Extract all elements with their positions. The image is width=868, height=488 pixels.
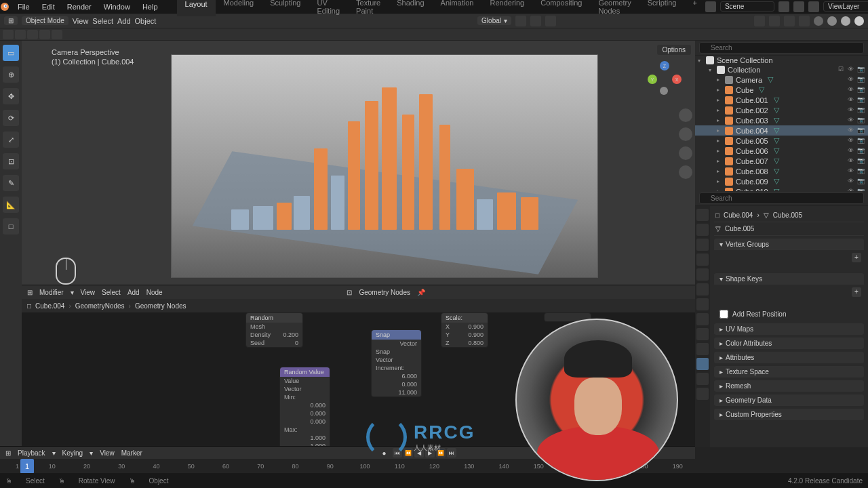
node-menu-add[interactable]: Add bbox=[127, 289, 140, 296]
camera-view-icon[interactable] bbox=[679, 146, 692, 160]
outliner-item[interactable]: ▸Cube.007▽👁📷 bbox=[695, 156, 868, 166]
timeline-editor-icon[interactable]: ⊞ bbox=[5, 449, 11, 457]
tab-shading[interactable]: Shading bbox=[389, 0, 432, 16]
select-mode-2-icon[interactable] bbox=[15, 30, 26, 39]
outliner-scene-collection[interactable]: ▾Scene Collection bbox=[695, 56, 868, 65]
camera-icon[interactable]: 📷 bbox=[857, 167, 865, 176]
perspective-toggle-icon[interactable] bbox=[679, 165, 692, 179]
eye-icon[interactable]: 👁 bbox=[848, 127, 856, 135]
tab-uv-editing[interactable]: UV Editing bbox=[309, 0, 348, 16]
outliner-search-input[interactable] bbox=[699, 42, 864, 54]
gizmo-y-axis[interactable]: Y bbox=[648, 75, 657, 84]
select-mode-5-icon[interactable] bbox=[52, 30, 62, 39]
outliner-item[interactable]: ▸Cube.010▽👁📷 bbox=[695, 186, 868, 191]
outliner-item[interactable]: ▸Cube.001▽👁📷 bbox=[695, 95, 868, 105]
section-header[interactable]: ▸Color Attributes bbox=[714, 338, 864, 349]
gizmo-x-axis[interactable]: X bbox=[672, 75, 682, 84]
outliner[interactable]: ▾Scene Collection ▾Collection☑👁📷 ▸Camera… bbox=[695, 56, 868, 191]
outliner-item[interactable]: ▸Cube.005▽👁📷 bbox=[695, 136, 868, 146]
visibility-icon[interactable] bbox=[754, 16, 765, 26]
camera-icon[interactable]: 📷 bbox=[857, 178, 865, 186]
node-snap[interactable]: Snap Vector Snap Vector Increment: 6.000… bbox=[371, 329, 422, 397]
eye-icon[interactable]: 👁 bbox=[848, 117, 856, 125]
viewport-options-button[interactable]: Options bbox=[657, 45, 691, 55]
tab-rendering[interactable]: Rendering bbox=[481, 0, 532, 16]
select-mode-4-icon[interactable] bbox=[39, 30, 50, 39]
timeline-menu-keying[interactable]: Keying bbox=[62, 449, 83, 457]
tab-add[interactable]: + bbox=[684, 0, 705, 16]
eye-icon[interactable]: 👁 bbox=[848, 147, 856, 155]
prop-tab-output[interactable] bbox=[696, 224, 709, 236]
bc-nodetree[interactable]: Geometry Nodes bbox=[135, 302, 186, 310]
node-tree-icon[interactable]: ⊡ bbox=[347, 289, 352, 296]
camera-icon[interactable]: 📷 bbox=[857, 76, 865, 84]
tool-measure[interactable]: 📐 bbox=[3, 197, 19, 213]
camera-icon[interactable]: 📷 bbox=[857, 66, 865, 74]
camera-icon[interactable]: 📷 bbox=[857, 137, 865, 145]
bc-modifier[interactable]: GeometryNodes bbox=[75, 302, 125, 310]
camera-icon[interactable]: 📷 bbox=[857, 117, 865, 125]
node-menu-view[interactable]: View bbox=[81, 289, 96, 296]
gizmo-z-axis[interactable]: Z bbox=[660, 61, 669, 70]
select-mode-3-icon[interactable] bbox=[27, 30, 38, 39]
pivot-icon[interactable] bbox=[515, 16, 526, 26]
tool-scale[interactable]: ⤢ bbox=[3, 131, 19, 148]
tab-modeling[interactable]: Modeling bbox=[216, 0, 262, 16]
prop-bc-obj[interactable]: Cube.004 bbox=[724, 211, 753, 219]
prop-tab-texture[interactable] bbox=[696, 388, 709, 400]
menu-file[interactable]: File bbox=[12, 1, 35, 12]
prop-tab-particles[interactable] bbox=[696, 313, 709, 325]
snap-icon[interactable] bbox=[530, 16, 541, 26]
eye-icon[interactable]: 👁 bbox=[848, 157, 856, 165]
prop-tab-object[interactable] bbox=[696, 283, 709, 296]
section-header[interactable]: ▸Custom Properties bbox=[714, 409, 864, 420]
section-header[interactable]: ▸Remesh bbox=[714, 380, 864, 392]
menu-select[interactable]: Select bbox=[92, 17, 113, 25]
tab-sculpting[interactable]: Sculpting bbox=[262, 0, 309, 16]
prop-tab-viewlayer[interactable] bbox=[696, 239, 709, 251]
gizmo-center[interactable] bbox=[660, 87, 668, 95]
section-header[interactable]: ▸Geometry Data bbox=[714, 394, 864, 406]
prop-tab-render[interactable] bbox=[696, 209, 709, 221]
prop-tab-world[interactable] bbox=[696, 268, 709, 281]
timeline-menu-view[interactable]: View bbox=[100, 449, 115, 457]
bc-object[interactable]: Cube.004 bbox=[35, 302, 64, 310]
eye-icon[interactable]: 👁 bbox=[848, 137, 856, 145]
prop-tab-material[interactable] bbox=[696, 373, 709, 385]
node-scale[interactable]: Scale: X0.900 Y0.900 Z0.800 bbox=[441, 312, 488, 348]
prop-tab-physics[interactable] bbox=[696, 328, 709, 340]
prop-tab-scene[interactable] bbox=[696, 253, 709, 266]
shading-wireframe-icon[interactable] bbox=[814, 16, 823, 26]
tab-scripting[interactable]: Scripting bbox=[639, 0, 685, 16]
outliner-item[interactable]: ▸Cube▽👁📷 bbox=[695, 85, 868, 95]
camera-icon[interactable]: 📷 bbox=[857, 157, 865, 165]
prop-tab-constraints[interactable] bbox=[696, 343, 709, 355]
mode-selector[interactable]: Object Mode bbox=[22, 16, 68, 25]
shading-rendered-icon[interactable] bbox=[854, 16, 864, 26]
camera-icon[interactable]: 📷 bbox=[857, 147, 865, 155]
menu-object[interactable]: Object bbox=[135, 17, 157, 25]
section-header[interactable]: ▸Attributes bbox=[714, 352, 864, 363]
node-menu-modifier[interactable]: Modifier bbox=[39, 289, 64, 296]
eye-icon[interactable]: 👁 bbox=[848, 178, 856, 186]
tab-geometry-nodes[interactable]: Geometry Nodes bbox=[590, 0, 639, 16]
proportional-icon[interactable] bbox=[545, 16, 556, 26]
orientation-selector[interactable]: Global ▾ bbox=[477, 16, 511, 25]
tab-texture-paint[interactable]: Texture Paint bbox=[348, 0, 389, 16]
gizmo-toggle-icon[interactable] bbox=[769, 16, 780, 26]
menu-help[interactable]: Help bbox=[137, 1, 163, 12]
menu-render[interactable]: Render bbox=[62, 1, 97, 12]
shading-solid-icon[interactable] bbox=[827, 16, 837, 26]
properties-search-input[interactable] bbox=[699, 192, 864, 204]
tool-rotate[interactable]: ⟳ bbox=[3, 110, 19, 126]
overlay-toggle-icon[interactable] bbox=[784, 16, 795, 26]
tool-move[interactable]: ✥ bbox=[3, 88, 19, 104]
delete-scene-icon[interactable] bbox=[793, 1, 804, 12]
checkbox-icon[interactable]: ☑ bbox=[838, 66, 846, 74]
scene-icon[interactable] bbox=[705, 1, 716, 12]
camera-icon[interactable]: 📷 bbox=[857, 127, 865, 135]
mesh-name-field[interactable]: Cube.005 bbox=[725, 225, 754, 232]
outliner-item[interactable]: ▸Cube.002▽👁📷 bbox=[695, 105, 868, 115]
new-scene-icon[interactable] bbox=[778, 1, 789, 12]
xray-icon[interactable] bbox=[799, 16, 810, 26]
